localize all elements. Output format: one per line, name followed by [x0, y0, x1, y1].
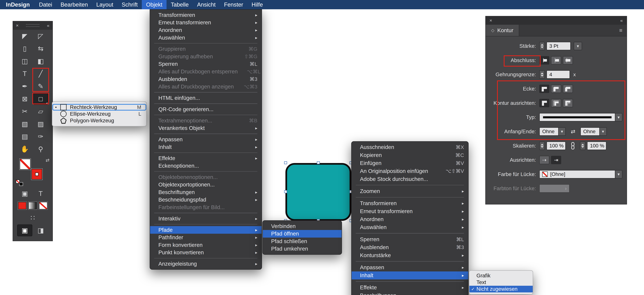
menu-item-anzeigeleistung[interactable]: Anzeigeleistung▸ [150, 260, 262, 268]
direct-selection-tool[interactable]: ◸ [33, 30, 48, 42]
eyedropper-tool[interactable]: ✑ [33, 131, 48, 142]
menu-item-ellipse-werkzeug[interactable]: Ellipse-WerkzeugL [52, 110, 146, 117]
menu-item-beschriftungen[interactable]: Beschriftungen▸ [352, 292, 468, 295]
stepper-up-icon[interactable] [541, 44, 544, 46]
menubar-item-ansicht[interactable]: Ansicht [193, 0, 220, 9]
menu-item-html-einfügen[interactable]: HTML einfügen... [150, 94, 262, 102]
menu-item-erneut-transformieren[interactable]: Erneut transformieren▸ [352, 207, 468, 215]
stepper-up-icon[interactable] [581, 144, 584, 146]
menu-item-ausblenden[interactable]: Ausblenden⌘3 [352, 243, 468, 251]
page-tool[interactable]: ▯ [17, 43, 32, 54]
menu-item-transformieren[interactable]: Transformieren▸ [352, 199, 468, 207]
gradient-feather-tool[interactable]: ▨ [33, 118, 48, 130]
anfang-dropdown-button[interactable]: ▾ [558, 127, 566, 136]
link-scale-icon[interactable] [570, 142, 575, 150]
rectangle-tool[interactable]: □ [33, 93, 48, 105]
menu-item-objektexportoptionen[interactable]: Objektexportoptionen... [150, 181, 262, 188]
stepper-down-icon[interactable] [541, 46, 544, 48]
menu-item-grafik[interactable]: Grafik [469, 272, 533, 279]
normal-view-mode[interactable]: ▣ [17, 224, 32, 236]
content-placer-tool[interactable]: ◧ [33, 55, 48, 67]
menu-item-auswählen[interactable]: Auswählen▸ [150, 34, 262, 42]
close-icon[interactable]: × [490, 18, 492, 23]
staerke-stepper[interactable] [539, 42, 545, 50]
preview-mode[interactable]: ◨ [33, 224, 48, 236]
menubar-item-fenster[interactable]: Fenster [220, 0, 248, 9]
gap-color-field[interactable]: [Ohne] [539, 170, 615, 178]
menu-item-verankertes-objekt[interactable]: Verankertes Objekt▸ [150, 124, 262, 132]
stepper-up-icon[interactable] [541, 144, 544, 146]
menu-item-pfade[interactable]: Pfade▸ [150, 226, 262, 234]
menu-item-punkt-konvertieren[interactable]: Punkt konvertieren▸ [150, 249, 262, 256]
selection-handle-top-center[interactable] [317, 161, 320, 164]
join-bevel-button[interactable] [563, 84, 573, 93]
gehrungsgrenze-stepper[interactable] [539, 70, 545, 79]
menu-item-transformieren[interactable]: Transformieren▸ [150, 11, 262, 19]
menu-item-pfad-umkehren[interactable]: Pfad umkehren [263, 245, 342, 253]
menu-item-interaktiv[interactable]: Interaktiv▸ [150, 215, 262, 222]
menu-item-pfad-schließen[interactable]: Pfad schließen [263, 238, 342, 245]
menu-item-text[interactable]: Text [469, 279, 533, 286]
menu-item-qr-code-generieren[interactable]: QR-Code generieren... [150, 106, 262, 113]
menubar-item-bearbeiten[interactable]: Bearbeiten [56, 0, 92, 9]
menu-item-anpassen[interactable]: Anpassen▸ [352, 264, 468, 272]
close-icon[interactable]: × [16, 23, 18, 28]
stroke-align-center-button[interactable] [539, 99, 549, 107]
collapse-panel-icon[interactable]: « [47, 23, 50, 28]
menu-item-verbinden[interactable]: Verbinden [263, 222, 342, 230]
stepper-down-icon[interactable] [541, 75, 544, 76]
menu-item-ausblenden[interactable]: Ausblenden⌘3 [150, 75, 262, 83]
skalieren-stepper-2[interactable] [580, 142, 586, 150]
pencil-tool[interactable]: ✎ [33, 80, 48, 92]
stroke-align-outside-button[interactable] [563, 99, 573, 107]
skalieren-stepper-1[interactable] [539, 142, 545, 150]
menubar-item-tabelle[interactable]: Tabelle [166, 0, 193, 9]
menubar-item-objekt[interactable]: Objekt [142, 0, 166, 9]
selection-handle-top-left[interactable] [284, 161, 287, 164]
panel-menu-icon[interactable]: ≡ [615, 25, 626, 36]
menubar-item-schrift[interactable]: Schrift [118, 0, 142, 9]
formatting-affects-text[interactable]: T [33, 188, 48, 199]
ende-field[interactable]: Ohne [580, 127, 600, 136]
selection-tool[interactable]: ◤ [17, 30, 32, 42]
menu-item-ausschneiden[interactable]: Ausschneiden⌘X [352, 143, 468, 151]
menu-item-effekte[interactable]: Effekte▸ [352, 284, 468, 292]
stroke-swatch[interactable] [32, 169, 42, 180]
swap-start-end-icon[interactable]: ⇄ [571, 128, 575, 135]
menubar-item-layout[interactable]: Layout [92, 0, 118, 9]
menu-item-eckenoptionen[interactable]: Eckenoptionen... [150, 162, 262, 170]
join-round-button[interactable] [551, 84, 561, 93]
gap-color-dropdown-button[interactable]: ▾ [615, 170, 622, 178]
anfang-field[interactable]: Ohne [539, 127, 558, 136]
stroke-type-field[interactable] [539, 113, 615, 122]
skalieren-value-field-2[interactable]: 100 % [587, 142, 606, 150]
menu-item-beschriftungen[interactable]: Beschriftungen▸ [150, 188, 262, 196]
stepper-down-icon[interactable] [541, 146, 544, 148]
type-tool[interactable]: T [17, 68, 32, 80]
selected-rectangle-shape[interactable] [286, 163, 351, 221]
scissors-tool[interactable]: ✂ [17, 106, 32, 117]
ende-dropdown-button[interactable]: ▾ [600, 127, 607, 136]
pen-tool[interactable]: ✒ [17, 80, 32, 92]
stepper-up-icon[interactable] [541, 72, 544, 74]
default-fill-stroke-icon[interactable] [16, 180, 23, 186]
selection-handle-middle-left[interactable] [284, 190, 287, 193]
menu-item-adobe-stock-durchsuchen[interactable]: Adobe Stock durchsuchen... [352, 175, 468, 183]
view-options[interactable]: ∷ [25, 212, 40, 224]
menu-item-kopieren[interactable]: Kopieren⌘C [352, 151, 468, 159]
stroke-align-inside-button[interactable] [551, 99, 561, 107]
free-transform-tool[interactable]: ▱ [33, 106, 48, 117]
cap-butt-button[interactable] [539, 56, 549, 64]
collapse-panel-icon[interactable]: « [620, 18, 623, 23]
menubar-item-hilfe[interactable]: Hilfe [248, 0, 267, 9]
app-menu[interactable]: InDesign [0, 0, 35, 9]
zoom-tool[interactable]: ⚲ [33, 143, 48, 155]
menu-item-form-konvertieren[interactable]: Form konvertieren▸ [150, 241, 262, 249]
menu-item-anordnen[interactable]: Anordnen▸ [352, 215, 468, 223]
staerke-value-field[interactable]: 3 Pt [546, 42, 571, 50]
menu-item-an-originalposition-einfügen[interactable]: An Originalposition einfügen⌥⇧⌘V [352, 167, 468, 175]
menu-item-erneut-transformieren[interactable]: Erneut transformieren▸ [150, 19, 262, 26]
line-tool[interactable]: ╱ [33, 68, 48, 80]
gehrungsgrenze-value-field[interactable]: 4 [546, 70, 570, 79]
menu-item-polygon-werkzeug[interactable]: Polygon-Werkzeug [52, 117, 146, 124]
